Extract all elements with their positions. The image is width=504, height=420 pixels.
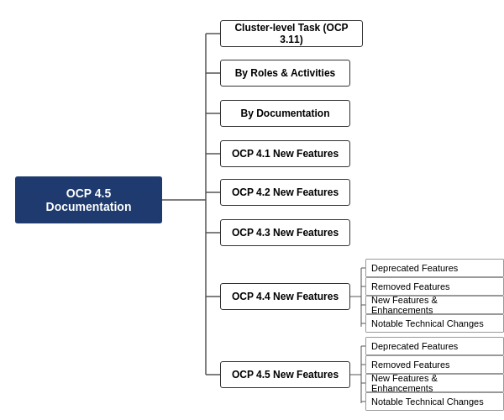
branch-ocp42[interactable]: OCP 4.2 New Features <box>220 179 350 206</box>
leaf-b8-deprecated[interactable]: Deprecated Features <box>365 337 504 355</box>
leaf-b7-deprecated[interactable]: Deprecated Features <box>365 259 504 277</box>
branch-ocp44[interactable]: OCP 4.4 New Features <box>220 283 350 310</box>
mindmap-canvas: OCP 4.5 Documentation Cluster-level Task… <box>0 0 504 420</box>
leaf-b8-notable[interactable]: Notable Technical Changes <box>365 392 504 411</box>
leaf-b8-new-features[interactable]: New Features & Enhancements <box>365 374 504 392</box>
root-label: OCP 4.5 Documentation <box>24 186 154 213</box>
leaf-b7-removed[interactable]: Removed Features <box>365 277 504 296</box>
leaf-b7-new-features[interactable]: New Features & Enhancements <box>365 296 504 314</box>
branch-cluster-level[interactable]: Cluster-level Task (OCP 3.11) <box>220 20 363 47</box>
branch-ocp41[interactable]: OCP 4.1 New Features <box>220 140 350 167</box>
leaf-b7-notable[interactable]: Notable Technical Changes <box>365 314 504 333</box>
branch-documentation[interactable]: By Documentation <box>220 100 350 127</box>
branch-ocp45[interactable]: OCP 4.5 New Features <box>220 361 350 388</box>
root-node[interactable]: OCP 4.5 Documentation <box>15 176 162 223</box>
branch-ocp43[interactable]: OCP 4.3 New Features <box>220 219 350 246</box>
leaf-b8-removed[interactable]: Removed Features <box>365 355 504 374</box>
branch-roles-activities[interactable]: By Roles & Activities <box>220 60 350 87</box>
